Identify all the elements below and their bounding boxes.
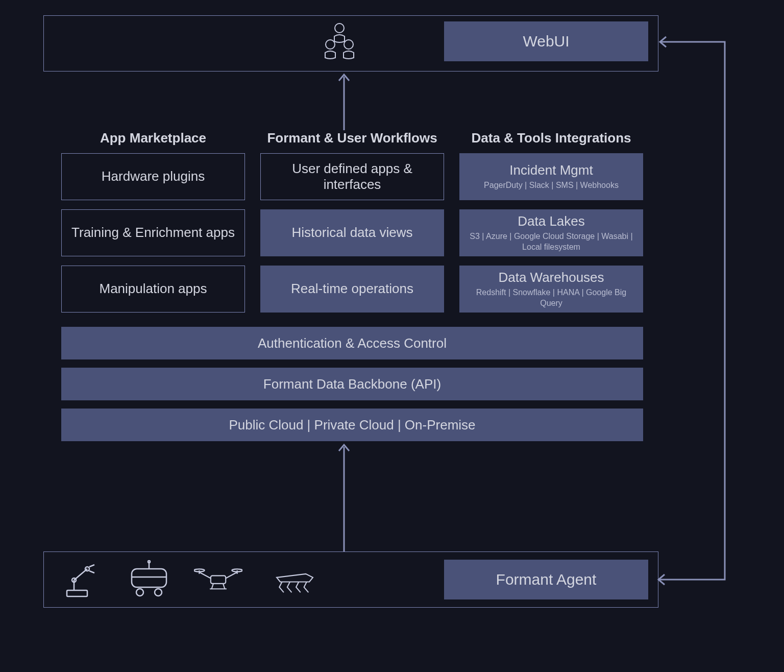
svg-line-24 <box>223 583 225 588</box>
box-manipulation-apps: Manipulation apps <box>61 266 245 313</box>
quadruped-robot-icon <box>271 556 319 604</box>
box-hardware-plugins: Hardware plugins <box>61 153 245 200</box>
box-title: Data Lakes <box>518 213 585 229</box>
box-user-defined-apps: User defined apps & interfaces <box>260 153 444 200</box>
svg-line-17 <box>199 572 210 578</box>
col-heading-marketplace: App Marketplace <box>61 130 245 146</box>
svg-point-1 <box>326 40 335 49</box>
box-realtime-ops: Real-time operations <box>260 266 444 313</box>
box-subtitle: S3 | Azure | Google Cloud Storage | Wasa… <box>469 231 634 253</box>
delivery-robot-icon <box>125 556 174 604</box>
box-subtitle: Redshift | Snowflake | HANA | Google Big… <box>469 287 634 309</box>
box-subtitle: PagerDuty | Slack | SMS | Webhooks <box>484 180 619 191</box>
box-title: Hardware plugins <box>102 169 205 184</box>
box-incident-mgmt: Incident Mgmt PagerDuty | Slack | SMS | … <box>459 153 643 200</box>
box-title: Historical data views <box>292 225 413 241</box>
svg-point-0 <box>335 23 344 33</box>
box-title: Real-time operations <box>291 281 413 297</box>
box-title: Incident Mgmt <box>509 162 593 178</box>
bar-deploy: Public Cloud | Private Cloud | On-Premis… <box>61 409 643 441</box>
arrow-up-bottom <box>334 442 354 551</box>
col-heading-integrations: Data & Tools Integrations <box>459 130 643 146</box>
svg-point-12 <box>136 589 143 596</box>
col-heading-workflows: Formant & User Workflows <box>260 130 444 146</box>
box-data-lakes: Data Lakes S3 | Azure | Google Cloud Sto… <box>459 209 643 256</box>
svg-line-18 <box>226 572 237 578</box>
svg-rect-16 <box>211 575 226 584</box>
webui-label: WebUI <box>523 33 569 50</box>
agent-box: Formant Agent <box>444 560 648 599</box>
bar-label: Formant Data Backbone (API) <box>263 376 441 392</box>
bar-label: Authentication & Access Control <box>258 335 447 351</box>
box-title: Data Warehouses <box>498 270 604 285</box>
bar-backbone: Formant Data Backbone (API) <box>61 368 643 400</box>
svg-line-23 <box>212 583 213 588</box>
bar-auth: Authentication & Access Control <box>61 327 643 359</box>
agent-label: Formant Agent <box>496 571 597 588</box>
box-title: Training & Enrichment apps <box>71 225 235 241</box>
robot-arm-icon <box>59 556 107 604</box>
box-training-apps: Training & Enrichment apps <box>61 209 245 256</box>
svg-point-13 <box>155 589 162 596</box>
drone-icon <box>194 556 242 604</box>
architecture-diagram: WebUI App Marketplace Formant & User Wor… <box>0 0 784 672</box>
box-historical-data: Historical data views <box>260 209 444 256</box>
svg-point-2 <box>344 40 353 49</box>
svg-point-15 <box>148 561 150 563</box>
box-title: User defined apps & interfaces <box>270 161 434 193</box>
bar-label: Public Cloud | Private Cloud | On-Premis… <box>229 417 475 433</box>
users-icon <box>316 18 362 64</box>
svg-rect-10 <box>132 569 166 587</box>
arrow-up-top <box>334 71 354 130</box>
box-title: Manipulation apps <box>99 281 207 297</box>
webui-box: WebUI <box>444 21 648 61</box>
box-data-warehouses: Data Warehouses Redshift | Snowflake | H… <box>459 266 643 313</box>
svg-rect-5 <box>67 590 87 596</box>
